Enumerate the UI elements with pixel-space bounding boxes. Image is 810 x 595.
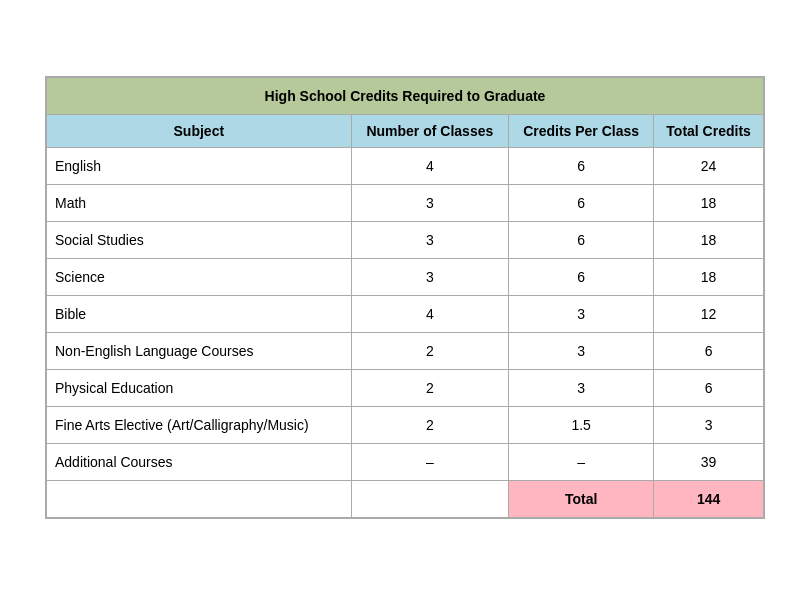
- credits-table: High School Credits Required to Graduate…: [46, 77, 764, 518]
- num-classes-cell: 2: [351, 333, 508, 370]
- total-credits-cell: 18: [654, 259, 764, 296]
- total-empty-2: [351, 481, 508, 518]
- total-credits-cell: 18: [654, 222, 764, 259]
- total-credits-cell: 24: [654, 148, 764, 185]
- column-header-row: Subject Number of Classes Credits Per Cl…: [47, 115, 764, 148]
- col-header-subject: Subject: [47, 115, 352, 148]
- table-row: Additional Courses – – 39: [47, 444, 764, 481]
- subject-cell: Fine Arts Elective (Art/Calligraphy/Musi…: [47, 407, 352, 444]
- credits-per-class-cell: 6: [509, 185, 654, 222]
- credits-per-class-cell: –: [509, 444, 654, 481]
- credits-per-class-cell: 1.5: [509, 407, 654, 444]
- credits-per-class-cell: 3: [509, 333, 654, 370]
- subject-cell: Non-English Language Courses: [47, 333, 352, 370]
- num-classes-cell: 4: [351, 148, 508, 185]
- credits-per-class-cell: 3: [509, 296, 654, 333]
- subject-cell: English: [47, 148, 352, 185]
- total-credits-cell: 39: [654, 444, 764, 481]
- total-label: Total: [509, 481, 654, 518]
- total-value: 144: [654, 481, 764, 518]
- total-credits-cell: 3: [654, 407, 764, 444]
- num-classes-cell: 4: [351, 296, 508, 333]
- subject-cell: Social Studies: [47, 222, 352, 259]
- table-title: High School Credits Required to Graduate: [47, 78, 764, 115]
- col-header-credits-per-class: Credits Per Class: [509, 115, 654, 148]
- table-row: Fine Arts Elective (Art/Calligraphy/Musi…: [47, 407, 764, 444]
- total-credits-cell: 6: [654, 370, 764, 407]
- num-classes-cell: 3: [351, 259, 508, 296]
- total-credits-cell: 12: [654, 296, 764, 333]
- num-classes-cell: 2: [351, 407, 508, 444]
- credits-table-wrapper: High School Credits Required to Graduate…: [45, 76, 765, 519]
- table-row: Social Studies 3 6 18: [47, 222, 764, 259]
- num-classes-cell: –: [351, 444, 508, 481]
- subject-cell: Science: [47, 259, 352, 296]
- table-row: Non-English Language Courses 2 3 6: [47, 333, 764, 370]
- col-header-num-classes: Number of Classes: [351, 115, 508, 148]
- table-row: Science 3 6 18: [47, 259, 764, 296]
- table-title-row: High School Credits Required to Graduate: [47, 78, 764, 115]
- total-credits-cell: 18: [654, 185, 764, 222]
- total-credits-cell: 6: [654, 333, 764, 370]
- num-classes-cell: 2: [351, 370, 508, 407]
- subject-cell: Math: [47, 185, 352, 222]
- col-header-total-credits: Total Credits: [654, 115, 764, 148]
- num-classes-cell: 3: [351, 185, 508, 222]
- table-row: Physical Education 2 3 6: [47, 370, 764, 407]
- credits-per-class-cell: 6: [509, 259, 654, 296]
- table-row: Math 3 6 18: [47, 185, 764, 222]
- credits-per-class-cell: 6: [509, 222, 654, 259]
- num-classes-cell: 3: [351, 222, 508, 259]
- subject-cell: Bible: [47, 296, 352, 333]
- table-row: English 4 6 24: [47, 148, 764, 185]
- subject-cell: Additional Courses: [47, 444, 352, 481]
- subject-cell: Physical Education: [47, 370, 352, 407]
- total-empty-1: [47, 481, 352, 518]
- credits-per-class-cell: 6: [509, 148, 654, 185]
- table-row: Bible 4 3 12: [47, 296, 764, 333]
- total-row: Total 144: [47, 481, 764, 518]
- credits-per-class-cell: 3: [509, 370, 654, 407]
